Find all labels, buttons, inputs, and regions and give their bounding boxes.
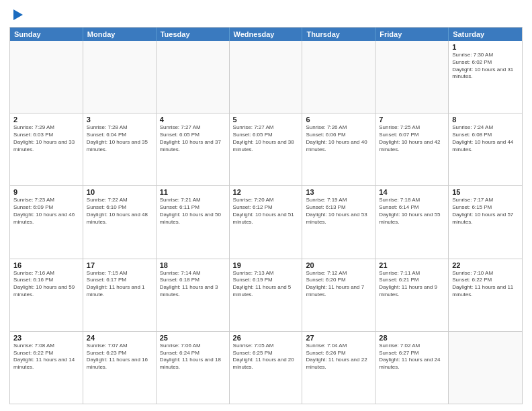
logo-icon bbox=[11, 7, 24, 23]
calendar-row-3: 16Sunrise: 7:16 AM Sunset: 6:16 PM Dayli… bbox=[10, 259, 522, 331]
day-cell-18: 18Sunrise: 7:14 AM Sunset: 6:18 PM Dayli… bbox=[157, 259, 230, 331]
day-cell-28: 28Sunrise: 7:02 AM Sunset: 6:27 PM Dayli… bbox=[375, 332, 449, 404]
calendar: SundayMondayTuesdayWednesdayThursdayFrid… bbox=[9, 27, 523, 404]
calendar-row-4: 23Sunrise: 7:08 AM Sunset: 6:22 PM Dayli… bbox=[10, 331, 522, 404]
day-number: 27 bbox=[306, 334, 371, 342]
header-day-monday: Monday bbox=[83, 28, 157, 41]
day-cell-3: 3Sunrise: 7:28 AM Sunset: 6:04 PM Daylig… bbox=[83, 113, 157, 185]
day-number: 5 bbox=[233, 116, 299, 124]
day-cell-13: 13Sunrise: 7:19 AM Sunset: 6:13 PM Dayli… bbox=[302, 186, 375, 258]
logo bbox=[9, 7, 24, 23]
day-cell-5: 5Sunrise: 7:27 AM Sunset: 6:05 PM Daylig… bbox=[230, 113, 303, 185]
empty-cell-r0c5 bbox=[375, 41, 449, 113]
calendar-row-0: 1Sunrise: 7:30 AM Sunset: 6:02 PM Daylig… bbox=[10, 41, 522, 113]
day-number: 17 bbox=[87, 261, 152, 269]
header-day-tuesday: Tuesday bbox=[157, 28, 230, 41]
day-number: 20 bbox=[306, 261, 371, 269]
day-number: 14 bbox=[379, 188, 445, 196]
day-number: 15 bbox=[452, 188, 519, 196]
day-info: Sunrise: 7:28 AM Sunset: 6:04 PM Dayligh… bbox=[87, 124, 152, 153]
day-info: Sunrise: 7:21 AM Sunset: 6:11 PM Dayligh… bbox=[160, 197, 226, 226]
day-cell-14: 14Sunrise: 7:18 AM Sunset: 6:14 PM Dayli… bbox=[375, 186, 449, 258]
day-cell-21: 21Sunrise: 7:11 AM Sunset: 6:21 PM Dayli… bbox=[375, 259, 449, 331]
day-cell-17: 17Sunrise: 7:15 AM Sunset: 6:17 PM Dayli… bbox=[83, 259, 157, 331]
day-cell-15: 15Sunrise: 7:17 AM Sunset: 6:15 PM Dayli… bbox=[449, 186, 522, 258]
day-cell-25: 25Sunrise: 7:06 AM Sunset: 6:24 PM Dayli… bbox=[157, 332, 230, 404]
day-number: 7 bbox=[379, 116, 445, 124]
day-info: Sunrise: 7:27 AM Sunset: 6:05 PM Dayligh… bbox=[160, 124, 226, 153]
day-number: 2 bbox=[13, 116, 79, 124]
day-cell-19: 19Sunrise: 7:13 AM Sunset: 6:19 PM Dayli… bbox=[230, 259, 303, 331]
day-number: 9 bbox=[13, 188, 79, 196]
day-info: Sunrise: 7:30 AM Sunset: 6:02 PM Dayligh… bbox=[452, 52, 519, 81]
calendar-body: 1Sunrise: 7:30 AM Sunset: 6:02 PM Daylig… bbox=[10, 41, 522, 404]
day-info: Sunrise: 7:27 AM Sunset: 6:05 PM Dayligh… bbox=[233, 124, 299, 153]
calendar-row-2: 9Sunrise: 7:23 AM Sunset: 6:09 PM Daylig… bbox=[10, 185, 522, 258]
empty-cell-r0c3 bbox=[230, 41, 303, 113]
day-cell-22: 22Sunrise: 7:10 AM Sunset: 6:22 PM Dayli… bbox=[449, 259, 522, 331]
day-number: 4 bbox=[160, 116, 226, 124]
header-day-thursday: Thursday bbox=[302, 28, 375, 41]
day-number: 23 bbox=[13, 334, 79, 342]
day-cell-1: 1Sunrise: 7:30 AM Sunset: 6:02 PM Daylig… bbox=[449, 41, 522, 113]
day-cell-24: 24Sunrise: 7:07 AM Sunset: 6:23 PM Dayli… bbox=[83, 332, 157, 404]
day-info: Sunrise: 7:20 AM Sunset: 6:12 PM Dayligh… bbox=[233, 197, 299, 226]
day-info: Sunrise: 7:10 AM Sunset: 6:22 PM Dayligh… bbox=[452, 270, 519, 299]
day-info: Sunrise: 7:08 AM Sunset: 6:22 PM Dayligh… bbox=[13, 342, 79, 371]
day-info: Sunrise: 7:23 AM Sunset: 6:09 PM Dayligh… bbox=[13, 197, 79, 226]
day-number: 28 bbox=[379, 334, 445, 342]
page: SundayMondayTuesdayWednesdayThursdayFrid… bbox=[0, 0, 532, 411]
day-number: 16 bbox=[13, 261, 79, 269]
calendar-header: SundayMondayTuesdayWednesdayThursdayFrid… bbox=[10, 28, 522, 41]
day-info: Sunrise: 7:16 AM Sunset: 6:16 PM Dayligh… bbox=[13, 270, 79, 299]
header bbox=[9, 7, 523, 23]
day-info: Sunrise: 7:02 AM Sunset: 6:27 PM Dayligh… bbox=[379, 342, 445, 371]
day-info: Sunrise: 7:26 AM Sunset: 6:06 PM Dayligh… bbox=[306, 124, 371, 153]
day-cell-16: 16Sunrise: 7:16 AM Sunset: 6:16 PM Dayli… bbox=[10, 259, 83, 331]
day-number: 10 bbox=[87, 188, 152, 196]
day-cell-20: 20Sunrise: 7:12 AM Sunset: 6:20 PM Dayli… bbox=[302, 259, 375, 331]
day-cell-4: 4Sunrise: 7:27 AM Sunset: 6:05 PM Daylig… bbox=[157, 113, 230, 185]
day-info: Sunrise: 7:24 AM Sunset: 6:08 PM Dayligh… bbox=[452, 124, 519, 153]
day-number: 19 bbox=[233, 261, 299, 269]
day-number: 21 bbox=[379, 261, 445, 269]
day-cell-26: 26Sunrise: 7:05 AM Sunset: 6:25 PM Dayli… bbox=[230, 332, 303, 404]
day-info: Sunrise: 7:04 AM Sunset: 6:26 PM Dayligh… bbox=[306, 342, 371, 371]
day-cell-2: 2Sunrise: 7:29 AM Sunset: 6:03 PM Daylig… bbox=[10, 113, 83, 185]
day-number: 8 bbox=[452, 116, 519, 124]
empty-cell-r0c4 bbox=[302, 41, 375, 113]
day-number: 22 bbox=[452, 261, 519, 269]
empty-cell-r0c2 bbox=[157, 41, 230, 113]
day-info: Sunrise: 7:13 AM Sunset: 6:19 PM Dayligh… bbox=[233, 270, 299, 299]
empty-cell-r4c6 bbox=[449, 332, 522, 404]
day-info: Sunrise: 7:15 AM Sunset: 6:17 PM Dayligh… bbox=[87, 270, 152, 299]
day-cell-7: 7Sunrise: 7:25 AM Sunset: 6:07 PM Daylig… bbox=[375, 113, 449, 185]
calendar-row-1: 2Sunrise: 7:29 AM Sunset: 6:03 PM Daylig… bbox=[10, 113, 522, 185]
day-info: Sunrise: 7:19 AM Sunset: 6:13 PM Dayligh… bbox=[306, 197, 371, 226]
header-day-saturday: Saturday bbox=[449, 28, 522, 41]
header-day-sunday: Sunday bbox=[10, 28, 83, 41]
day-cell-27: 27Sunrise: 7:04 AM Sunset: 6:26 PM Dayli… bbox=[302, 332, 375, 404]
day-number: 6 bbox=[306, 116, 371, 124]
day-number: 24 bbox=[87, 334, 152, 342]
day-info: Sunrise: 7:07 AM Sunset: 6:23 PM Dayligh… bbox=[87, 342, 152, 371]
day-number: 12 bbox=[233, 188, 299, 196]
empty-cell-r0c0 bbox=[10, 41, 83, 113]
empty-cell-r0c1 bbox=[83, 41, 157, 113]
day-number: 11 bbox=[160, 188, 226, 196]
day-info: Sunrise: 7:29 AM Sunset: 6:03 PM Dayligh… bbox=[13, 124, 79, 153]
day-number: 13 bbox=[306, 188, 371, 196]
day-cell-6: 6Sunrise: 7:26 AM Sunset: 6:06 PM Daylig… bbox=[302, 113, 375, 185]
day-number: 3 bbox=[87, 116, 152, 124]
day-number: 18 bbox=[160, 261, 226, 269]
day-number: 1 bbox=[452, 43, 519, 51]
day-cell-11: 11Sunrise: 7:21 AM Sunset: 6:11 PM Dayli… bbox=[157, 186, 230, 258]
svg-marker-0 bbox=[13, 9, 23, 20]
day-number: 26 bbox=[233, 334, 299, 342]
day-info: Sunrise: 7:12 AM Sunset: 6:20 PM Dayligh… bbox=[306, 270, 371, 299]
day-info: Sunrise: 7:22 AM Sunset: 6:10 PM Dayligh… bbox=[87, 197, 152, 226]
day-info: Sunrise: 7:06 AM Sunset: 6:24 PM Dayligh… bbox=[160, 342, 226, 371]
day-info: Sunrise: 7:14 AM Sunset: 6:18 PM Dayligh… bbox=[160, 270, 226, 299]
day-info: Sunrise: 7:05 AM Sunset: 6:25 PM Dayligh… bbox=[233, 342, 299, 371]
day-info: Sunrise: 7:11 AM Sunset: 6:21 PM Dayligh… bbox=[379, 270, 445, 299]
